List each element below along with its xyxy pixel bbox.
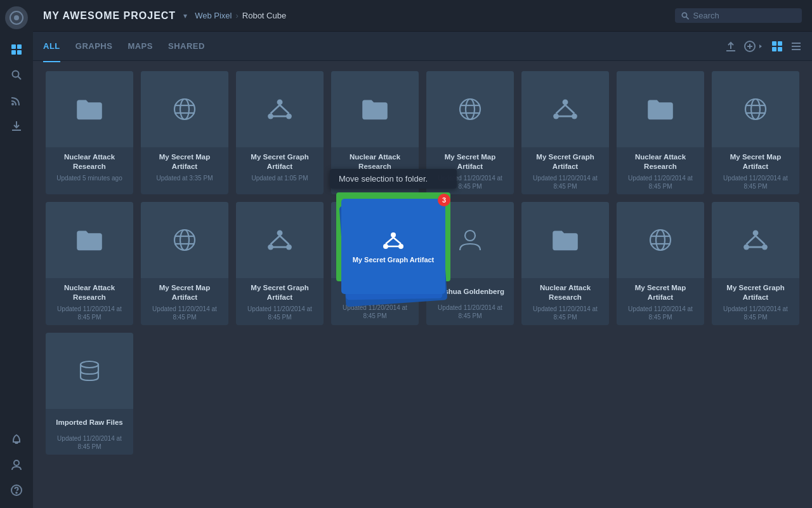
svg-point-52 <box>745 99 766 119</box>
card-info: Nuclear Attack Research Updated 11/20/20… <box>521 278 609 325</box>
card-item[interactable]: My Secret Graph Artifact Updated 11/20/2… <box>521 71 609 194</box>
card-item[interactable]: My Secret Map Artifact Updated 11/20/201… <box>712 71 799 194</box>
sidebar-item-feed[interactable] <box>5 89 28 112</box>
sidebar-item-import[interactable] <box>5 114 28 137</box>
card-updated: Updated 11/20/2014 at 8:45 PM <box>51 305 128 321</box>
breadcrumb-sep: › <box>235 11 238 20</box>
card-item[interactable]: Imported Raw Files Updated 11/20/2014 at… <box>46 333 133 455</box>
card-info: Nuclear Attack Research Updated 11/20/20… <box>617 147 704 194</box>
svg-line-50 <box>565 105 574 113</box>
tabbar: ALL GRAPHS MAPS SHARED <box>33 32 812 61</box>
card-thumbnail <box>617 71 704 147</box>
card-thumbnail <box>46 71 133 147</box>
svg-point-77 <box>81 361 98 368</box>
card-updated: Updated 11/20/2014 at 8:45 PM <box>622 174 699 190</box>
card-item[interactable]: My Secret Graph Artifact Updated 11/20/2… <box>236 202 324 325</box>
upload-button[interactable] <box>725 41 737 52</box>
sidebar-item-search[interactable] <box>5 64 28 86</box>
graph-drag-icon <box>382 229 405 251</box>
card-updated: Updated 11/20/2014 at 8:45 PM <box>146 305 223 321</box>
card-updated: Updated 5 minutes ago <box>51 174 128 182</box>
svg-rect-26 <box>778 41 782 46</box>
svg-point-53 <box>751 99 760 119</box>
card-thumbnail <box>521 202 609 278</box>
selection-badge: 3 <box>438 194 450 206</box>
card-thumbnail <box>46 202 133 278</box>
card-thumbnail <box>236 71 324 147</box>
card-updated: Updated 11/20/2014 at 8:45 PM <box>51 434 128 451</box>
tab-shared[interactable]: SHARED <box>168 39 205 53</box>
svg-point-46 <box>563 99 568 105</box>
tab-maps[interactable]: MAPS <box>128 39 153 53</box>
svg-line-64 <box>280 236 289 244</box>
svg-point-16 <box>16 492 17 493</box>
tab-graphs[interactable]: GRAPHS <box>75 39 113 53</box>
sidebar-item-profile[interactable] <box>5 453 28 476</box>
svg-rect-25 <box>772 41 776 46</box>
search-box[interactable] <box>675 8 802 23</box>
search-input[interactable] <box>693 11 796 20</box>
app-logo[interactable] <box>5 6 28 29</box>
svg-line-40 <box>280 105 289 113</box>
svg-line-74 <box>747 236 756 244</box>
svg-line-81 <box>386 237 393 244</box>
grid-view-button[interactable] <box>771 41 783 52</box>
svg-rect-4 <box>11 50 16 55</box>
breadcrumb-webpixel[interactable]: Web Pixel <box>195 11 232 20</box>
drag-tooltip: Move selection to folder. <box>330 169 457 189</box>
card-updated: Updated 11/20/2014 at 8:45 PM <box>717 174 794 190</box>
card-item[interactable]: Nuclear Attack Research Updated 11/20/20… <box>521 202 609 325</box>
sidebar-item-grid[interactable] <box>5 38 28 61</box>
svg-point-8 <box>11 103 14 105</box>
svg-point-33 <box>180 99 189 119</box>
card-info: Nuclear Attack Research Updated 5 minute… <box>46 147 133 186</box>
card-item[interactable]: Nuclear Attack Research Updated 11/20/20… <box>46 202 133 325</box>
card-name: Nuclear Attack Research <box>622 152 699 171</box>
svg-point-66 <box>465 231 475 241</box>
card-item[interactable]: My Secret Map Artifact Updated 11/20/201… <box>617 202 704 325</box>
card-name: Nuclear Attack Research <box>51 152 128 171</box>
card-updated: Updated 11/20/2014 at 8:45 PM <box>527 174 604 190</box>
card-updated: Updated at 3:35 PM <box>146 174 223 182</box>
search-icon <box>681 11 690 20</box>
card-item[interactable]: Nuclear Attack Research Updated 11/20/20… <box>617 71 704 194</box>
list-view-button[interactable] <box>790 41 802 52</box>
card-item[interactable]: My Secret Graph Artifact Updated at 1:05… <box>236 71 324 194</box>
sidebar-item-help[interactable] <box>5 479 28 502</box>
sidebar-item-notifications[interactable] <box>5 428 28 451</box>
card-thumbnail <box>712 71 799 147</box>
breadcrumb-robotcube[interactable]: Robot Cube <box>242 11 286 20</box>
card-updated: Updated 11/20/2014 at 8:45 PM <box>241 305 318 321</box>
card-name: My Secret Map Artifact <box>717 152 794 171</box>
card-thumbnail <box>712 202 799 278</box>
tab-all[interactable]: ALL <box>43 39 60 53</box>
breadcrumb: Web Pixel › Robot Cube <box>195 11 286 20</box>
card-thumbnail <box>617 202 704 278</box>
card-item[interactable]: My Secret Map Artifact Updated at 3:35 P… <box>141 71 228 194</box>
svg-point-56 <box>174 230 195 250</box>
svg-rect-3 <box>17 44 22 49</box>
svg-line-7 <box>18 77 22 80</box>
sidebar <box>0 0 33 508</box>
card-item[interactable]: My Secret Map Artifact Updated 11/20/201… <box>141 202 228 325</box>
svg-point-78 <box>391 232 396 237</box>
card-thumbnail <box>426 71 514 147</box>
add-button[interactable] <box>744 41 764 52</box>
card-thumbnail <box>521 71 609 147</box>
svg-point-71 <box>753 230 759 236</box>
svg-line-63 <box>271 236 280 244</box>
project-title: MY AWESOME PROJECT <box>43 10 176 22</box>
svg-rect-2 <box>11 44 16 49</box>
toolbar-actions <box>725 41 802 52</box>
card-item[interactable]: Nuclear Attack Research Updated 5 minute… <box>46 71 133 194</box>
svg-marker-24 <box>759 44 762 48</box>
card-item[interactable]: My Secret Graph Artifact Updated 11/20/2… <box>712 202 799 325</box>
card-updated: Updated at 1:05 PM <box>241 174 318 182</box>
card-name: My Secret Graph Artifact <box>717 283 794 302</box>
card-name: My Secret Graph Artifact <box>527 152 604 171</box>
card-info: My Secret Graph Artifact Updated 11/20/2… <box>521 147 609 194</box>
project-dropdown[interactable]: ▾ <box>183 11 187 20</box>
card-name: My Secret Map Artifact <box>146 283 223 302</box>
svg-point-32 <box>174 99 195 119</box>
card-name: Nuclear Attack Research <box>51 283 128 302</box>
